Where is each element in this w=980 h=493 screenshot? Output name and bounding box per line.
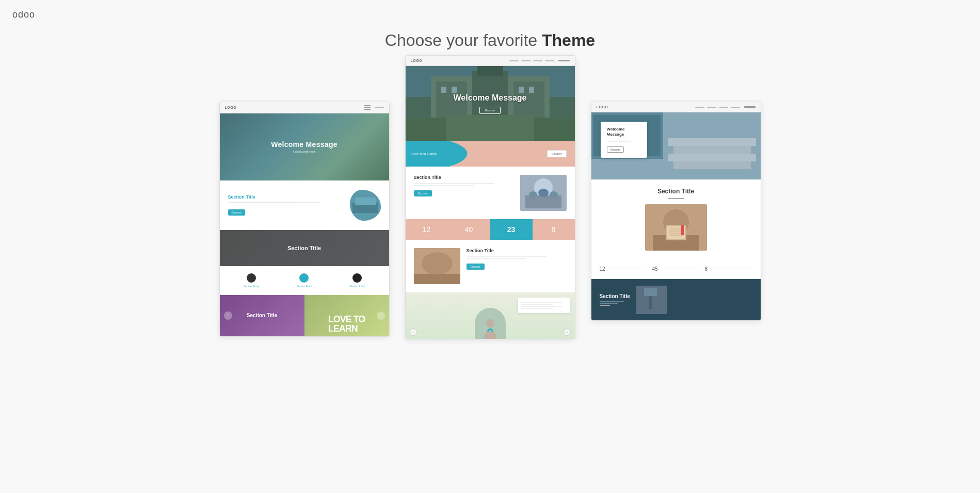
odoo-logo: odoo	[12, 9, 35, 20]
t2-person-silhouette	[483, 318, 498, 339]
themes-container: LOGO Welcome Message A short subtitle he…	[0, 71, 980, 339]
t2-arch-arrow-left[interactable]: ‹	[410, 328, 417, 336]
svg-point-20	[538, 189, 549, 197]
nav-lines-center	[509, 60, 554, 61]
t1-footer-left-title: Section Title	[247, 313, 277, 318]
browser-bar-left: LOGO	[220, 102, 389, 113]
t3-section1: Section Title	[591, 179, 761, 259]
t1-entry-3: Section Entry	[349, 273, 365, 288]
t3-section1-image	[645, 204, 707, 251]
t3-hero-title: WelcomeMessage	[607, 127, 641, 138]
t3-stat-num-3: 8	[705, 266, 708, 272]
svg-rect-29	[673, 146, 751, 154]
t3-stat-item-2: 45	[652, 266, 700, 272]
t2-arch-section: ❝ ‹ ›	[406, 292, 575, 339]
t1-section1-title: Section Title	[228, 194, 344, 200]
t3-stat-item-1: 12	[600, 266, 647, 272]
t1-arrow-right[interactable]: ›	[377, 311, 385, 320]
t2-section3: Section Title Discover	[406, 240, 575, 292]
t3-stat-num-2: 45	[652, 266, 658, 272]
svg-point-19	[529, 191, 537, 198]
theme-card-center[interactable]: LOGO	[405, 55, 575, 339]
t1-entry-2: Section Entry	[297, 273, 312, 288]
browser-logo-left: LOGO	[225, 106, 360, 109]
t1-section1: Section Title Discover	[220, 180, 389, 230]
t3-stat-item-3: 8	[705, 266, 752, 272]
svg-rect-28	[668, 138, 756, 146]
browser-logo-right: LOGO	[597, 105, 691, 109]
t2-section2-title: Section Title	[414, 175, 514, 180]
t3-stats: 12 45 8	[591, 259, 761, 279]
t2-section2-discover[interactable]: Discover	[414, 190, 432, 196]
theme-preview-center: Welcome Message Discover A very long Sub…	[406, 66, 575, 339]
svg-rect-43	[681, 225, 684, 235]
page-title-bold: Theme	[542, 31, 595, 50]
t2-hero: Welcome Message Discover	[406, 66, 575, 141]
t1-banner-title: Section Title	[287, 245, 321, 251]
theme-card-right[interactable]: LOGO	[591, 102, 761, 321]
t1-circle-image	[350, 190, 381, 221]
t2-stats: 12 40 23 8	[406, 219, 575, 240]
t2-stat-3: 23	[490, 219, 533, 240]
t3-hero-discover[interactable]: Discover	[607, 146, 624, 153]
t3-footer-image	[636, 286, 667, 314]
t1-hero-title: Welcome Message	[271, 140, 338, 149]
t3-footer-dark: Section Title	[591, 279, 761, 320]
t3-section1-title: Section Title	[600, 188, 752, 195]
svg-point-21	[550, 191, 558, 198]
theme-preview-left: Welcome Message A short subtitle here Se…	[220, 113, 389, 336]
t1-entry-1: Section Entry	[244, 273, 259, 288]
menu-btn-center	[558, 60, 570, 61]
svg-point-26	[484, 331, 496, 339]
t2-stat-2: 40	[448, 219, 490, 240]
t2-section3-image	[414, 248, 460, 284]
hamburger-icon-left	[364, 105, 371, 110]
t2-text-block	[518, 298, 570, 313]
t1-arrow-left[interactable]: ‹	[224, 311, 232, 320]
svg-rect-18	[525, 195, 561, 208]
t1-banner: Section Title	[220, 230, 389, 266]
browser-logo-center: LOGO	[411, 59, 505, 62]
t2-wave-subtitle: A very long Subtitle	[411, 152, 437, 155]
t3-footer-title: Section Title	[600, 293, 630, 299]
browser-bar-right: LOGO	[591, 102, 761, 112]
t3-hero: WelcomeMessage Discover	[591, 112, 761, 179]
svg-point-23	[422, 252, 453, 275]
svg-rect-2	[355, 198, 376, 205]
t2-section3-title: Section Title	[467, 248, 567, 253]
t2-stat-4: 8	[533, 219, 575, 240]
t1-discover-btn[interactable]: Discover	[228, 209, 245, 216]
svg-rect-31	[673, 161, 751, 169]
theme-preview-right: WelcomeMessage Discover Section Title	[591, 112, 761, 320]
t3-hero-card: WelcomeMessage Discover	[601, 122, 647, 158]
nav-lines-left	[375, 107, 384, 108]
svg-rect-30	[668, 154, 756, 161]
svg-rect-46	[644, 288, 657, 296]
t1-footer-section: ‹ Section Title LOVE TOLEARN ›	[220, 295, 389, 336]
t2-section2: Section Title Discover	[406, 167, 575, 219]
svg-rect-24	[414, 274, 460, 284]
nav-lines-right	[695, 107, 740, 108]
svg-point-25	[486, 319, 494, 327]
t1-hero-subtitle: A short subtitle here	[271, 150, 338, 153]
t2-stat-1: 12	[406, 219, 448, 240]
t1-entries: Section Entry Section Entry Section Entr…	[220, 266, 389, 295]
t1-hero: Welcome Message A short subtitle here	[220, 113, 389, 180]
t2-hero-title: Welcome Message	[454, 93, 527, 103]
browser-bar-center: LOGO	[406, 56, 575, 66]
t2-wave-discover[interactable]: Discover	[547, 150, 566, 157]
t1-footer-left: Section Title	[220, 295, 304, 336]
page-title-prefix: Choose your favorite	[385, 31, 542, 50]
t3-stat-num-1: 12	[600, 266, 605, 272]
t2-wave-bar: A very long Subtitle Discover	[406, 141, 575, 167]
t2-arch-arrow-right[interactable]: ›	[564, 328, 571, 336]
t2-section3-discover[interactable]: Discover	[467, 264, 485, 270]
theme-card-left[interactable]: LOGO Welcome Message A short subtitle he…	[219, 102, 390, 337]
t2-section2-image	[520, 175, 567, 211]
menu-btn-right	[744, 106, 756, 108]
t1-footer-right-text: LOVE TOLEARN	[328, 315, 365, 333]
t2-hero-discover[interactable]: Discover	[479, 107, 501, 114]
